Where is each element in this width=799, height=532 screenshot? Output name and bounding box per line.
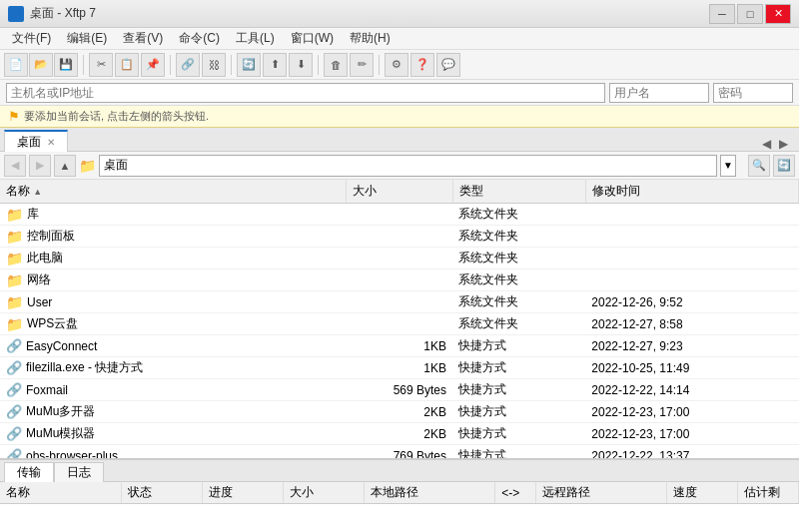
toolbar-btn-copy[interactable]: 📋 (115, 53, 139, 77)
menu-file[interactable]: 文件(F) (4, 28, 59, 49)
col-header-type[interactable]: 类型 (452, 180, 585, 204)
table-row[interactable]: 📁 网络 系统文件夹 (0, 269, 799, 291)
toolbar-btn-upload[interactable]: ⬆ (263, 53, 287, 77)
nav-path-input[interactable] (99, 155, 717, 177)
tab-close-icon[interactable]: ✕ (47, 137, 55, 148)
table-row[interactable]: 🔗 filezilla.exe - 快捷方式 1KB 快捷方式 2022-10-… (0, 357, 799, 379)
close-button[interactable]: ✕ (765, 4, 791, 24)
file-type: 快捷方式 (452, 401, 585, 423)
toolbar-btn-disconnect[interactable]: ⛓ (202, 53, 226, 77)
menu-edit[interactable]: 编辑(E) (59, 28, 115, 49)
table-row[interactable]: 🔗 EasyConnect 1KB 快捷方式 2022-12-27, 9:23 (0, 335, 799, 357)
file-name: 📁 控制面板 (0, 226, 346, 248)
nav-back-button[interactable]: ◀ (4, 155, 26, 177)
transfer-col-direction[interactable]: <-> (495, 482, 535, 504)
file-name: 🔗 EasyConnect (0, 335, 346, 357)
file-mtime: 2022-12-27, 9:23 (585, 335, 798, 357)
tab-next-arrow[interactable]: ▶ (776, 137, 791, 151)
notice-text: 要添加当前会话, 点击左侧的箭头按钮. (24, 109, 209, 124)
transfer-col-name[interactable]: 名称 (0, 482, 121, 504)
minimize-button[interactable]: ─ (709, 4, 735, 24)
toolbar-btn-open[interactable]: 📂 (29, 53, 53, 77)
nav-path: 📁 (79, 158, 96, 174)
file-mtime (585, 204, 798, 226)
shortcut-icon: 🔗 (6, 448, 22, 459)
transfer-tab-log[interactable]: 日志 (54, 462, 104, 482)
file-name: 📁 User (0, 291, 346, 313)
file-mtime: 2022-12-27, 8:58 (585, 313, 798, 335)
tab-prev-arrow[interactable]: ◀ (759, 137, 774, 151)
table-row[interactable]: 🔗 MuMu多开器 2KB 快捷方式 2022-12-23, 17:00 (0, 401, 799, 423)
file-type: 系统文件夹 (452, 291, 585, 313)
tab-desktop[interactable]: 桌面 ✕ (4, 130, 68, 152)
toolbar-btn-delete[interactable]: 🗑 (324, 53, 348, 77)
file-type: 快捷方式 (452, 423, 585, 445)
table-row[interactable]: 📁 User 系统文件夹 2022-12-26, 9:52 (0, 291, 799, 313)
toolbar-btn-download[interactable]: ⬇ (289, 53, 313, 77)
file-name: 🔗 obs-browser-plus (0, 445, 346, 460)
file-mtime: 2022-12-26, 9:52 (585, 291, 798, 313)
toolbar-btn-rename[interactable]: ✏ (350, 53, 374, 77)
table-row[interactable]: 🔗 MuMu模拟器 2KB 快捷方式 2022-12-23, 17:00 (0, 423, 799, 445)
transfer-col-progress[interactable]: 进度 (202, 482, 283, 504)
col-header-mtime[interactable]: 修改时间 (585, 180, 798, 204)
toolbar-btn-connect[interactable]: 🔗 (176, 53, 200, 77)
transfer-col-local[interactable]: 本地路径 (364, 482, 495, 504)
transfer-col-eta[interactable]: 估计剩 (738, 482, 799, 504)
nav-filter-button[interactable]: 🔍 (748, 155, 770, 177)
toolbar-btn-save[interactable]: 💾 (54, 53, 78, 77)
nav-forward-button[interactable]: ▶ (29, 155, 51, 177)
file-type: 系统文件夹 (452, 248, 585, 269)
toolbar-sep-5 (379, 55, 380, 75)
col-header-name[interactable]: 名称 ▲ (0, 180, 346, 204)
shortcut-icon: 🔗 (6, 426, 22, 441)
menu-help[interactable]: 帮助(H) (342, 28, 399, 49)
toolbar-btn-refresh[interactable]: 🔄 (237, 53, 261, 77)
transfer-col-status[interactable]: 状态 (121, 482, 202, 504)
table-row[interactable]: 📁 WPS云盘 系统文件夹 2022-12-27, 8:58 (0, 313, 799, 335)
file-mtime: 2022-12-23, 17:00 (585, 423, 798, 445)
host-input[interactable] (6, 83, 605, 103)
bottom-section: 传输 日志 名称 状态 进度 大小 本地路径 <-> 远程路径 速度 估计剩 (0, 459, 799, 532)
username-input[interactable] (609, 83, 709, 103)
file-type: 快捷方式 (452, 357, 585, 379)
file-name: 🔗 MuMu多开器 (0, 401, 346, 423)
table-row[interactable]: 📁 此电脑 系统文件夹 (0, 248, 799, 269)
titlebar-title: 桌面 - Xftp 7 (30, 5, 96, 22)
file-type: 系统文件夹 (452, 204, 585, 226)
nav-up-button[interactable]: ▲ (54, 155, 76, 177)
table-row[interactable]: 🔗 obs-browser-plus 769 Bytes 快捷方式 2022-1… (0, 445, 799, 460)
toolbar-group-1: 📄 📂 💾 (4, 53, 78, 77)
toolbar-btn-cut[interactable]: ✂ (89, 53, 113, 77)
password-input[interactable] (713, 83, 793, 103)
toolbar-btn-chat[interactable]: 💬 (436, 53, 460, 77)
tab-label: 桌面 (17, 134, 41, 151)
menu-view[interactable]: 查看(V) (115, 28, 171, 49)
toolbar-btn-settings[interactable]: ⚙ (385, 53, 408, 77)
transfer-table-area: 名称 状态 进度 大小 本地路径 <-> 远程路径 速度 估计剩 (0, 482, 799, 532)
file-mtime: 2022-12-22, 13:37 (585, 445, 798, 460)
file-name: 📁 WPS云盘 (0, 313, 346, 335)
menu-command[interactable]: 命令(C) (171, 28, 228, 49)
table-row[interactable]: 📁 控制面板 系统文件夹 (0, 226, 799, 248)
shortcut-icon: 🔗 (6, 382, 22, 397)
toolbar-sep-4 (318, 55, 319, 75)
table-row[interactable]: 📁 库 系统文件夹 (0, 204, 799, 226)
nav-folder-icon: 📁 (79, 158, 96, 174)
menu-tools[interactable]: 工具(L) (228, 28, 283, 49)
toolbar-btn-help[interactable]: ❓ (410, 53, 434, 77)
transfer-col-speed[interactable]: 速度 (667, 482, 738, 504)
maximize-button[interactable]: □ (737, 4, 763, 24)
nav-dropdown-button[interactable]: ▼ (720, 155, 736, 177)
transfer-col-remote[interactable]: 远程路径 (535, 482, 667, 504)
toolbar-sep-1 (83, 55, 84, 75)
menu-window[interactable]: 窗口(W) (283, 28, 342, 49)
col-header-size[interactable]: 大小 (346, 180, 452, 204)
toolbar-btn-paste[interactable]: 📌 (141, 53, 165, 77)
transfer-tab-transfer[interactable]: 传输 (4, 462, 54, 482)
nav-refresh-button[interactable]: 🔄 (773, 155, 795, 177)
transfer-col-size[interactable]: 大小 (283, 482, 364, 504)
toolbar-btn-new[interactable]: 📄 (4, 53, 28, 77)
table-row[interactable]: 🔗 Foxmail 569 Bytes 快捷方式 2022-12-22, 14:… (0, 379, 799, 401)
file-name: 🔗 MuMu模拟器 (0, 423, 346, 445)
